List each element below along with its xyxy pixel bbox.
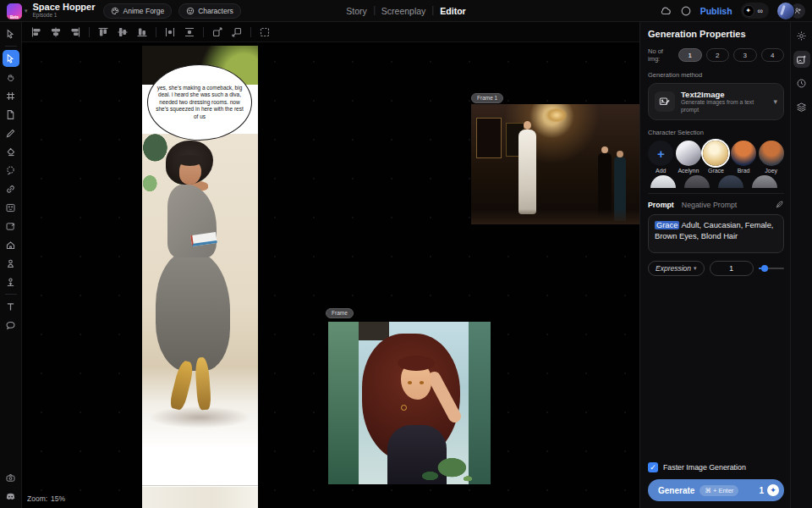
character-grace-selected[interactable]: Grace <box>703 141 729 174</box>
beta-tag: Beta <box>7 15 22 19</box>
distribute-vertical-icon[interactable] <box>184 26 195 38</box>
frame-2-image[interactable] <box>328 322 491 484</box>
text-tool-icon[interactable] <box>3 298 19 315</box>
slider-thumb[interactable] <box>761 265 768 272</box>
link-tool-icon[interactable] <box>3 180 19 197</box>
draw-tool-icon[interactable] <box>3 124 19 141</box>
faster-generation-toggle[interactable]: ✓ Faster Image Generation <box>648 462 784 472</box>
credits-pill[interactable]: ✦ ∞ <box>741 3 769 19</box>
screenshot-icon[interactable] <box>3 469 19 486</box>
settings-gear-icon[interactable] <box>793 27 810 44</box>
tab-prompt[interactable]: Prompt <box>648 201 674 209</box>
app-logo[interactable]: Beta <box>7 3 22 19</box>
eraser-tool-icon[interactable] <box>3 143 19 160</box>
fringe-artwork <box>177 155 203 166</box>
checkbox-checked-icon[interactable]: ✓ <box>648 462 658 472</box>
speech-bubble-tool-icon[interactable] <box>3 317 19 334</box>
tab-story[interactable]: Story <box>346 6 367 16</box>
generate-label: Generate <box>658 486 694 495</box>
send-backward-icon[interactable] <box>231 26 243 38</box>
hand-tool-icon[interactable] <box>3 69 19 86</box>
tab-negative-prompt[interactable]: Negative Prompt <box>682 201 738 209</box>
comic-page[interactable]: yes, she's making a comeback, big deal. … <box>142 46 258 508</box>
editor-canvas[interactable]: yes, she's making a comeback, big deal. … <box>22 42 639 508</box>
bring-forward-icon[interactable] <box>211 26 223 38</box>
character-acelynn[interactable]: Acelynn <box>676 141 702 174</box>
eye-artwork <box>420 381 424 384</box>
generation-method-dropdown[interactable]: Text2Image Generate images from a text p… <box>648 83 784 120</box>
page-tool-icon[interactable] <box>3 106 19 123</box>
status-ring-icon[interactable] <box>680 5 692 17</box>
zoom-indicator[interactable]: Zoom: 15% <box>27 494 65 503</box>
align-right-icon[interactable] <box>69 26 81 38</box>
generate-button[interactable]: Generate ⌘ + Enter 1 ✦ <box>648 479 784 501</box>
frame-1-image[interactable] <box>471 104 639 224</box>
img-count-option-1[interactable]: 1 <box>678 48 701 62</box>
anime-forge-badge[interactable]: Anime Forge <box>103 3 172 19</box>
expression-dropdown[interactable]: Expression ▾ <box>648 261 705 276</box>
account-cluster <box>777 3 805 19</box>
avatar <box>684 175 710 188</box>
project-title-block: Space Hopper Episode 1 <box>33 3 96 18</box>
speech-bubble[interactable]: yes, she's making a comeback, big deal. … <box>147 64 252 141</box>
alignment-toolbar <box>22 22 639 42</box>
tab-editor[interactable]: Editor <box>440 6 465 16</box>
credits-amount: ∞ <box>758 7 763 15</box>
expression-value[interactable]: 1 <box>710 261 754 276</box>
character-brad[interactable]: Brad <box>731 141 757 174</box>
number-of-images-row: No of img: 1 2 3 4 <box>648 47 784 63</box>
avatar <box>718 175 743 188</box>
upload-character-tool-icon[interactable] <box>3 273 19 290</box>
generate-cost-cluster: 1 ✦ <box>759 484 779 496</box>
expression-slider[interactable] <box>759 263 784 273</box>
align-center-horizontal-icon[interactable] <box>50 26 62 38</box>
add-character-button[interactable]: + Add <box>648 141 674 174</box>
img-count-option-3[interactable]: 3 <box>733 48 756 62</box>
characters-button[interactable]: Characters <box>178 3 241 19</box>
avatar <box>650 175 676 188</box>
img-count-option-2[interactable]: 2 <box>706 48 729 62</box>
character-row-partial[interactable] <box>648 175 784 188</box>
character-image-tool-icon[interactable] <box>3 199 19 216</box>
character-joey[interactable]: Joey <box>758 141 784 174</box>
character-chip[interactable]: Grace <box>655 221 679 229</box>
scene-tool-icon[interactable] <box>3 236 19 253</box>
marquee-select-icon[interactable] <box>259 26 271 38</box>
fringe-artwork <box>398 356 435 371</box>
generation-panel-icon[interactable] <box>793 51 810 68</box>
prompt-input[interactable]: Grace Adult, Caucasian, Female, Brown Ey… <box>648 214 784 253</box>
frame-2-label[interactable]: Frame <box>326 308 354 318</box>
top-bar: Beta ▾ Space Hopper Episode 1 Anime Forg… <box>0 0 812 22</box>
user-avatar[interactable] <box>777 3 794 19</box>
generate-shortcut: ⌘ + Enter <box>700 485 738 496</box>
lasso-tool-icon[interactable] <box>3 162 19 179</box>
frame-1-label[interactable]: Frame 1 <box>471 93 503 103</box>
align-top-icon[interactable] <box>97 26 109 38</box>
characters-label: Characters <box>198 7 233 15</box>
img-count-option-4[interactable]: 4 <box>761 48 784 62</box>
history-clock-icon[interactable] <box>793 75 810 91</box>
cloud-sync-icon[interactable] <box>660 5 672 17</box>
frame-grid-tool-icon[interactable] <box>3 87 19 104</box>
align-left-icon[interactable] <box>30 26 42 38</box>
publish-button[interactable]: Publish <box>700 6 732 16</box>
distribute-horizontal-icon[interactable] <box>164 26 176 38</box>
method-subtitle: Generate images from a text prompt <box>681 99 767 113</box>
image-export-tool-icon[interactable] <box>3 218 19 235</box>
divider <box>203 27 204 37</box>
align-bottom-icon[interactable] <box>136 26 148 38</box>
workspace-chevron-icon[interactable]: ▾ <box>25 8 28 14</box>
layers-icon[interactable] <box>793 98 810 115</box>
enhance-prompt-icon[interactable] <box>775 200 784 209</box>
earring-artwork <box>401 405 407 411</box>
chevron-down-icon: ▾ <box>694 265 697 272</box>
tab-divider <box>432 6 433 15</box>
cursor-tool-icon[interactable] <box>3 25 19 42</box>
character-name: Brad <box>738 168 750 174</box>
select-tool-icon[interactable] <box>3 50 19 67</box>
discord-icon[interactable] <box>3 488 19 505</box>
tab-screenplay[interactable]: Screenplay <box>381 6 426 16</box>
align-middle-vertical-icon[interactable] <box>117 26 129 38</box>
pose-tool-icon[interactable] <box>3 255 19 272</box>
avatar <box>759 141 784 166</box>
